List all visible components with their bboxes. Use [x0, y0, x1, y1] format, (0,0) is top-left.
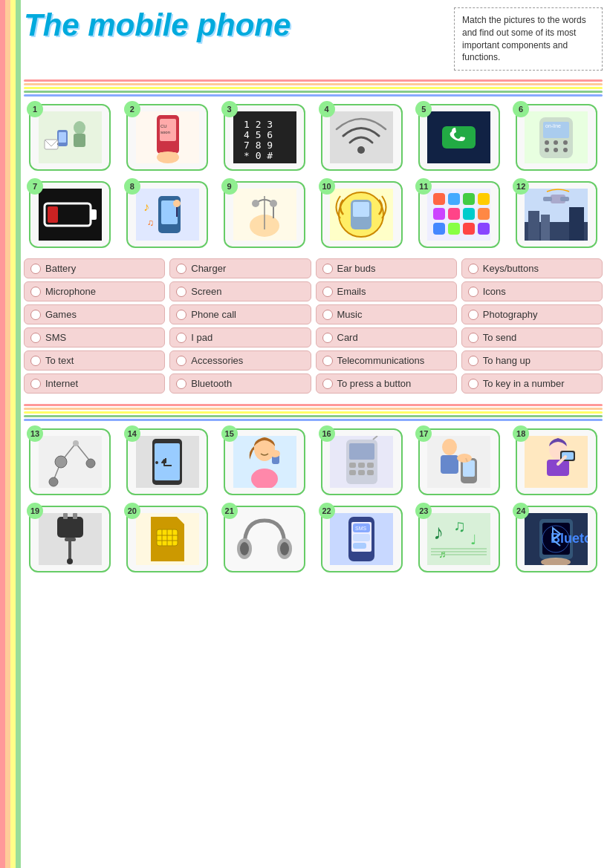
img-svg-11 — [427, 189, 490, 241]
img-frame-8: ♪ ♫ — [126, 181, 208, 248]
img-card-14: 14 — [121, 428, 214, 495]
img-card-16: 16 — [316, 428, 409, 495]
h-line-mid-2 — [24, 408, 603, 410]
word-item-music: Music — [316, 304, 457, 324]
word-dot — [176, 379, 186, 389]
img-frame-17 — [418, 428, 500, 495]
word-item-card: Card — [316, 327, 457, 347]
word-item-ipad: I pad — [169, 327, 311, 347]
img-card-13: 13 — [24, 428, 117, 495]
svg-rect-69 — [541, 215, 550, 241]
svg-text:4 5 6: 4 5 6 — [244, 129, 273, 140]
svg-rect-73 — [560, 197, 569, 201]
h-line-mid-3 — [24, 411, 603, 414]
svg-rect-115 — [57, 517, 83, 538]
svg-text:CU: CU — [160, 124, 167, 128]
instruction-box: Match the pictures to the words and find… — [454, 7, 603, 71]
img-frame-14 — [126, 428, 208, 495]
svg-text:♬: ♬ — [438, 548, 447, 560]
word-dot — [30, 379, 41, 389]
img-card-21: 21 — [218, 506, 311, 572]
img-svg-7 — [39, 189, 102, 241]
img-frame-12 — [516, 181, 597, 248]
img-card-12: 12 — [510, 181, 603, 248]
h-line-1 — [24, 79, 603, 82]
svg-text:♫: ♫ — [147, 218, 154, 228]
svg-rect-55 — [448, 193, 460, 205]
img-card-8: 8 ♪ ♫ — [121, 181, 214, 248]
img-svg-14 — [136, 436, 199, 488]
img-card-15: 15 — [218, 428, 311, 495]
image-grid-row2: 7 8 — [24, 181, 603, 248]
img-number-16: 16 — [319, 425, 335, 442]
img-svg-8: ♪ ♫ — [136, 189, 199, 241]
img-card-1: 1 — [24, 104, 117, 171]
word-item-earbuds: Ear buds — [316, 258, 457, 278]
word-dot — [468, 333, 478, 343]
svg-rect-60 — [463, 208, 475, 220]
word-dot — [322, 356, 333, 366]
img-svg-6: on-line — [525, 111, 588, 163]
img-card-20: 20 — [121, 506, 214, 572]
word-item-accessories: Accessories — [169, 350, 311, 371]
word-item-screen: Screen — [169, 281, 311, 301]
img-card-22: 22 SMS — [316, 506, 409, 572]
word-item-internet: Internet — [24, 373, 165, 394]
svg-rect-68 — [528, 211, 539, 241]
svg-rect-36 — [48, 206, 58, 223]
svg-rect-84 — [155, 443, 180, 480]
word-dot — [30, 287, 41, 297]
svg-rect-56 — [463, 193, 475, 205]
img-card-5: 5 — [412, 104, 505, 171]
img-svg-23: ♪ ♫ ♩ ♬ — [427, 513, 490, 565]
h-line-mid-1 — [24, 404, 603, 406]
img-card-17: 17 — [412, 428, 505, 495]
word-item-keys: Keys/buttons — [461, 258, 603, 278]
img-frame-1 — [29, 104, 111, 171]
svg-rect-57 — [478, 193, 490, 205]
svg-text:soon: soon — [160, 130, 170, 134]
img-card-24: 24 Bluetooth; — [510, 506, 603, 572]
word-item-battery: Battery — [24, 258, 165, 278]
svg-rect-59 — [448, 208, 460, 220]
word-dot — [176, 287, 186, 297]
word-dot — [30, 356, 41, 366]
svg-rect-52 — [353, 202, 369, 217]
svg-text:♩: ♩ — [470, 532, 476, 547]
img-frame-11 — [418, 181, 500, 248]
svg-point-79 — [86, 459, 95, 468]
img-svg-24: Bluetooth; — [525, 513, 588, 565]
svg-rect-93 — [349, 443, 374, 460]
img-frame-24: Bluetooth; — [516, 506, 597, 572]
svg-rect-94 — [349, 463, 356, 468]
word-item-icons: Icons — [461, 281, 603, 301]
svg-rect-95 — [358, 463, 365, 468]
svg-point-120 — [67, 558, 73, 564]
word-item-telecom: Telecommunications — [316, 350, 457, 371]
svg-rect-72 — [543, 197, 552, 201]
word-dot — [176, 310, 186, 320]
img-svg-12 — [525, 189, 588, 241]
svg-point-47 — [270, 200, 277, 207]
img-frame-2: CU soon — [126, 104, 208, 171]
word-item-sms: SMS — [24, 327, 165, 347]
word-item-emails: Emails — [316, 281, 457, 301]
svg-point-29 — [563, 140, 568, 145]
word-item-totext: To text — [24, 350, 165, 371]
img-card-2: 2 CU soon — [121, 104, 214, 171]
word-dot — [30, 333, 41, 343]
img-svg-10 — [330, 189, 393, 241]
word-dot — [322, 333, 333, 343]
img-card-3: 3 1 2 3 4 5 6 7 8 9 * 0 # — [218, 104, 311, 171]
word-item-tosend: To send — [461, 327, 603, 347]
svg-point-106 — [457, 454, 472, 463]
img-svg-13 — [39, 436, 102, 488]
svg-text:SMS: SMS — [355, 526, 367, 531]
svg-rect-64 — [463, 223, 475, 235]
img-number-8: 8 — [124, 178, 140, 195]
svg-rect-4 — [59, 132, 66, 143]
svg-rect-58 — [433, 208, 445, 220]
svg-rect-5 — [45, 140, 58, 149]
img-card-11: 11 — [412, 181, 505, 248]
img-svg-18 — [525, 436, 588, 488]
